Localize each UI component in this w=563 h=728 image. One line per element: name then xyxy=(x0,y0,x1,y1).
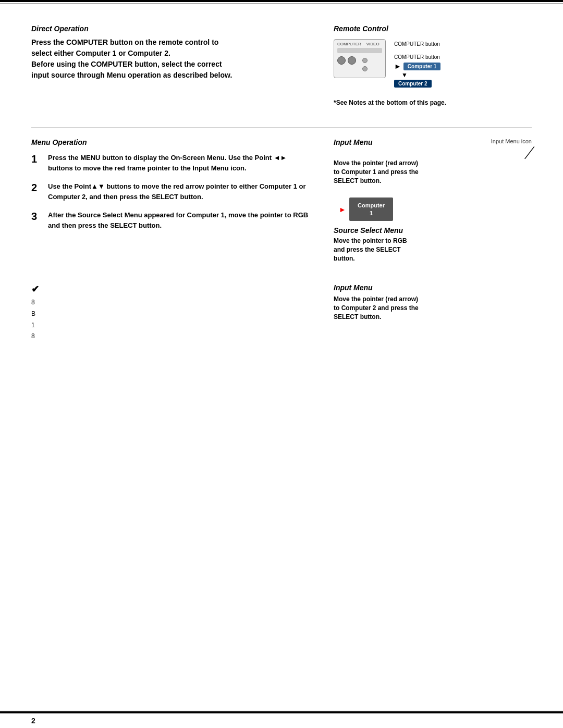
bottom-bar: 2 xyxy=(0,710,563,728)
page-container: Direct Operation Press the COMPUTER butt… xyxy=(0,0,563,728)
remote-btn-1[interactable] xyxy=(337,56,346,65)
top-border xyxy=(0,0,563,2)
remote-box: COMPUTER VIDEO xyxy=(334,39,386,78)
remote-buttons-row xyxy=(337,56,382,71)
computer2-badge: Computer 2 xyxy=(394,80,432,88)
direct-operation-section: Direct Operation Press the COMPUTER butt… xyxy=(31,24,313,106)
page-number: 2 xyxy=(31,717,35,725)
checkmark-icon: ✔ xyxy=(31,283,313,295)
section-divider xyxy=(31,127,532,128)
notes-list: 8 B 1 8 xyxy=(31,297,313,342)
remote-control-section: Remote Control COMPUTER VIDEO xyxy=(334,24,532,106)
step-text-3: After the Source Select Menu appeared fo… xyxy=(48,210,313,230)
see-notes: *See Notes at the bottom of this page. xyxy=(334,99,532,106)
menu-operation-section: Menu Operation 1 Press the MENU button t… xyxy=(31,138,313,263)
note-item-3: 1 xyxy=(31,320,313,331)
remote-btn-small-1[interactable] xyxy=(362,58,368,63)
computer1-badge: Computer 1 xyxy=(403,63,441,70)
do-line1: Press the COMPUTER button on the remote … xyxy=(31,38,232,79)
computer1-menu-badge-container: ► Computer1 xyxy=(349,198,393,221)
menu-operation-title: Menu Operation xyxy=(31,138,313,146)
arrow-box-2: Computer 2 xyxy=(394,80,440,88)
menu-step-3: 3 After the Source Select Menu appeared … xyxy=(31,210,313,230)
input-menu-section: Input Menu Input Menu icon ╱ Move the po… xyxy=(334,138,532,263)
note-item-4: 8 xyxy=(31,331,313,342)
direct-operation-title: Direct Operation xyxy=(31,24,313,33)
remote-control-diagram: COMPUTER VIDEO xyxy=(334,39,532,89)
menu-step-1: 1 Press the MENU button to display the O… xyxy=(31,153,313,173)
input-menu-title: Input Menu xyxy=(334,138,488,146)
arrow-down-icon: ▼ xyxy=(401,71,440,79)
step-text-2: Use the Point▲▼ buttons to move the red … xyxy=(48,181,313,202)
move-pointer-text-1: Move the pointer (red arrow)to Computer … xyxy=(334,159,532,185)
remote-btn-2[interactable] xyxy=(348,56,356,65)
computer-btn-label-2: COMPUTER button xyxy=(394,54,440,60)
note-item-1: 8 xyxy=(31,297,313,309)
notes-section: ✔ 8 B 1 8 Input Menu Move the pointer (r… xyxy=(31,283,532,342)
remote-btn-small-2[interactable] xyxy=(362,66,368,71)
step-number-3: 3 xyxy=(31,210,42,230)
red-arrow-icon-1: ► xyxy=(339,205,346,214)
top-section: Direct Operation Press the COMPUTER butt… xyxy=(31,24,532,106)
note-item-2: B xyxy=(31,309,313,320)
page-number-row: 2 xyxy=(0,713,563,728)
step-number-2: 2 xyxy=(31,181,42,202)
direct-operation-text: Press the COMPUTER button on the remote … xyxy=(31,37,292,81)
input-menu-title-2: Input Menu xyxy=(334,283,532,292)
input-menu-2-section: Input Menu Move the pointer (red arrow)t… xyxy=(334,283,532,342)
notes-left: ✔ 8 B 1 8 xyxy=(31,283,313,342)
bottom-border xyxy=(0,710,563,710)
step-number-1: 1 xyxy=(31,153,42,173)
input-menu-slash-icon: ╱ xyxy=(491,146,532,159)
menu-step-2: 2 Use the Point▲▼ buttons to move the re… xyxy=(31,181,313,202)
video-label: VIDEO xyxy=(366,42,380,47)
arrow-box-1: ► Computer 1 xyxy=(394,62,440,70)
input-menu-header: Input Menu Input Menu icon ╱ xyxy=(334,138,532,159)
move-pointer-text-2: Move the pointer (red arrow)to Computer … xyxy=(334,295,532,321)
input-menu-icon-label: Input Menu icon xyxy=(491,138,532,144)
content-area: Direct Operation Press the COMPUTER butt… xyxy=(0,4,563,374)
computer-label: COMPUTER xyxy=(337,42,361,47)
remote-top-bar xyxy=(337,48,382,53)
computer1-menu-badge: Computer1 xyxy=(349,198,393,221)
arrow-right-icon-1: ► xyxy=(394,62,401,70)
computer-btn-label-1: COMPUTER button xyxy=(394,41,440,47)
source-select-text: Move the pointer to RGBand press the SEL… xyxy=(334,237,532,263)
remote-control-title: Remote Control xyxy=(334,24,532,33)
remote-label-area: COMPUTER VIDEO xyxy=(337,42,382,47)
menu-section: Menu Operation 1 Press the MENU button t… xyxy=(31,138,532,263)
step-text-1: Press the MENU button to display the On-… xyxy=(48,153,313,173)
source-select-title: Source Select Menu xyxy=(334,226,532,235)
